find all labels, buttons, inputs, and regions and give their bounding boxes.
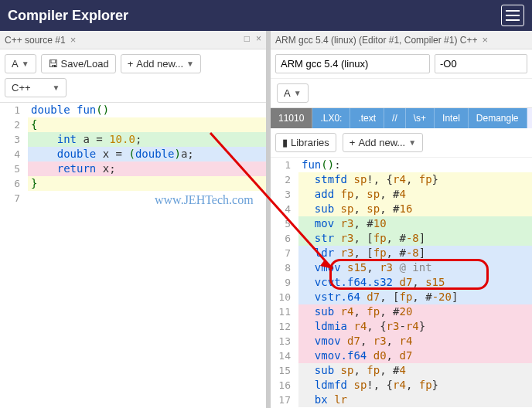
code-text: { [28, 117, 266, 132]
font-size-button[interactable]: A▼ [5, 54, 36, 73]
filter-chip[interactable]: .text [350, 108, 384, 128]
caret-down-icon: ▼ [294, 89, 302, 97]
code-line[interactable]: 14 vmov.f64 d0, d7 [271, 348, 532, 363]
line-number: 16 [271, 378, 298, 393]
line-number: 5 [271, 216, 298, 231]
line-number: 4 [0, 147, 28, 162]
line-number: 15 [271, 363, 298, 378]
code-text [28, 191, 266, 206]
code-text: add fp, sp, #4 [298, 187, 532, 202]
top-bar: Compiler Explorer [0, 0, 532, 31]
compiler-pane: ARM gcc 5.4 (linux) (Editor #1, Compiler… [271, 31, 532, 408]
line-number: 13 [271, 334, 298, 348]
code-text: vstr.64 d7, [fp, #-20] [298, 290, 532, 304]
filter-chips: 11010.LX0:.text//\s+IntelDemangle [271, 108, 532, 128]
language-select[interactable]: C++ ▼ [5, 78, 66, 97]
line-number: 6 [0, 176, 28, 191]
code-text: return x; [28, 162, 266, 176]
line-number: 7 [271, 246, 298, 260]
code-line[interactable]: 10 vstr.64 d7, [fp, #-20] [271, 290, 532, 304]
tab-source[interactable]: C++ source #1 [5, 35, 66, 46]
code-line[interactable]: 7 [0, 191, 266, 206]
code-text: ldmia r4, {r3-r4} [298, 319, 532, 334]
code-line[interactable]: 8 vmov s15, r3 @ int [271, 260, 532, 275]
code-line[interactable]: 7 ldr r3, [fp, #-8] [271, 246, 532, 260]
libraries-button[interactable]: ▮ Libraries [275, 133, 336, 152]
code-text: ldmfd sp!, {r4, fp} [298, 378, 532, 393]
filter-chip[interactable]: // [384, 108, 406, 128]
code-line[interactable]: 6} [0, 176, 266, 191]
code-line[interactable]: 5 mov r3, #10 [271, 216, 532, 231]
filter-chip[interactable]: Intel [435, 108, 469, 128]
font-size-button[interactable]: A▼ [277, 83, 309, 103]
close-icon[interactable]: × [482, 34, 488, 46]
code-line[interactable]: 11 sub r4, fp, #20 [271, 304, 532, 319]
options-input[interactable] [435, 54, 527, 73]
code-line[interactable]: 17 bx lr [271, 393, 532, 407]
code-line[interactable]: 15 sub sp, fp, #4 [271, 363, 532, 378]
menu-icon[interactable] [501, 5, 524, 26]
floppy-icon: 🖫 [48, 58, 58, 70]
code-line[interactable]: 5 return x; [0, 162, 266, 176]
filter-chip[interactable]: .LX0: [312, 108, 350, 128]
code-line[interactable]: 3 add fp, sp, #4 [271, 187, 532, 202]
code-text: vmov s15, r3 @ int [298, 260, 532, 275]
code-line[interactable]: 2{ [0, 117, 266, 132]
line-number: 4 [271, 202, 298, 216]
line-number: 3 [271, 187, 298, 202]
compiler-input[interactable] [275, 54, 430, 73]
code-text: double fun() [28, 103, 266, 117]
code-line[interactable]: 16 ldmfd sp!, {r4, fp} [271, 378, 532, 393]
right-toolbar-font: A▼ [271, 79, 532, 108]
filter-chip[interactable]: \s+ [406, 108, 435, 128]
save-load-button[interactable]: 🖫 Save/Load [41, 54, 116, 73]
code-line[interactable]: 4 sub sp, sp, #16 [271, 202, 532, 216]
line-number: 3 [0, 132, 28, 147]
close-icon[interactable]: × [256, 33, 261, 44]
source-editor[interactable]: 1double fun()2{3 int a = 10.0;4 double x… [0, 103, 266, 408]
compiler-row [271, 49, 532, 79]
libraries-label: Libraries [291, 137, 329, 148]
code-line[interactable]: 9 vcvt.f64.s32 d7, s15 [271, 275, 532, 290]
asm-output[interactable]: 1fun():2 stmfd sp!, {r4, fp}3 add fp, sp… [271, 158, 532, 408]
line-number: 7 [0, 191, 28, 206]
code-line[interactable]: 4 double x = (double)a; [0, 147, 266, 162]
code-line[interactable]: 3 int a = 10.0; [0, 132, 266, 147]
close-icon[interactable]: × [70, 34, 77, 46]
code-text: str r3, [fp, #-8] [298, 231, 532, 246]
line-number: 1 [271, 158, 298, 172]
code-line[interactable]: 1double fun() [0, 103, 266, 117]
add-new-button[interactable]: + Add new...▼ [343, 133, 423, 152]
code-line[interactable]: 1fun(): [271, 158, 532, 172]
code-text: sub sp, sp, #16 [298, 202, 532, 216]
code-line[interactable]: 13 vmov d7, r3, r4 [271, 334, 532, 348]
code-text: stmfd sp!, {r4, fp} [298, 172, 532, 187]
panes: C++ source #1 × □ × A▼ 🖫 Save/Load + Add… [0, 31, 532, 408]
add-new-button[interactable]: + Add new...▼ [121, 54, 201, 73]
app-title: Compiler Explorer [8, 8, 128, 24]
lib-row: ▮ Libraries + Add new...▼ [271, 128, 532, 158]
code-text: vcvt.f64.s32 d7, s15 [298, 275, 532, 290]
filter-chip[interactable]: 11010 [271, 108, 312, 128]
code-line[interactable]: 6 str r3, [fp, #-8] [271, 231, 532, 246]
filter-chip[interactable]: Demangle [469, 108, 527, 128]
line-number: 2 [271, 172, 298, 187]
code-text: int a = 10.0; [28, 132, 266, 147]
caret-down-icon: ▼ [22, 60, 29, 68]
left-toolbar: A▼ 🖫 Save/Load + Add new...▼ C++ ▼ [0, 49, 266, 103]
code-text: mov r3, #10 [298, 216, 532, 231]
line-number: 2 [0, 117, 28, 132]
line-number: 17 [271, 393, 298, 407]
addnew-label: Add new... [136, 58, 183, 70]
line-number: 10 [271, 290, 298, 304]
code-line[interactable]: 12 ldmia r4, {r3-r4} [271, 319, 532, 334]
line-number: 1 [0, 103, 28, 117]
addnew-label: Add new... [358, 137, 405, 148]
caret-down-icon: ▼ [53, 83, 60, 92]
window-controls: □ × [244, 33, 261, 44]
code-line[interactable]: 2 stmfd sp!, {r4, fp} [271, 172, 532, 187]
plus-icon: + [350, 137, 356, 148]
maximize-icon[interactable]: □ [244, 33, 250, 44]
left-tabbar: C++ source #1 × □ × [0, 31, 266, 49]
tab-compiler[interactable]: ARM gcc 5.4 (linux) (Editor #1, Compiler… [275, 35, 477, 46]
